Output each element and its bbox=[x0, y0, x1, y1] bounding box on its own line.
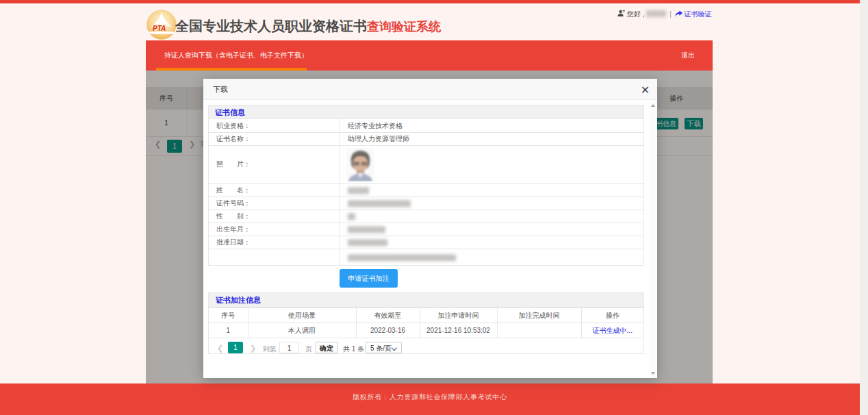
svg-text:PTA: PTA bbox=[153, 25, 166, 32]
